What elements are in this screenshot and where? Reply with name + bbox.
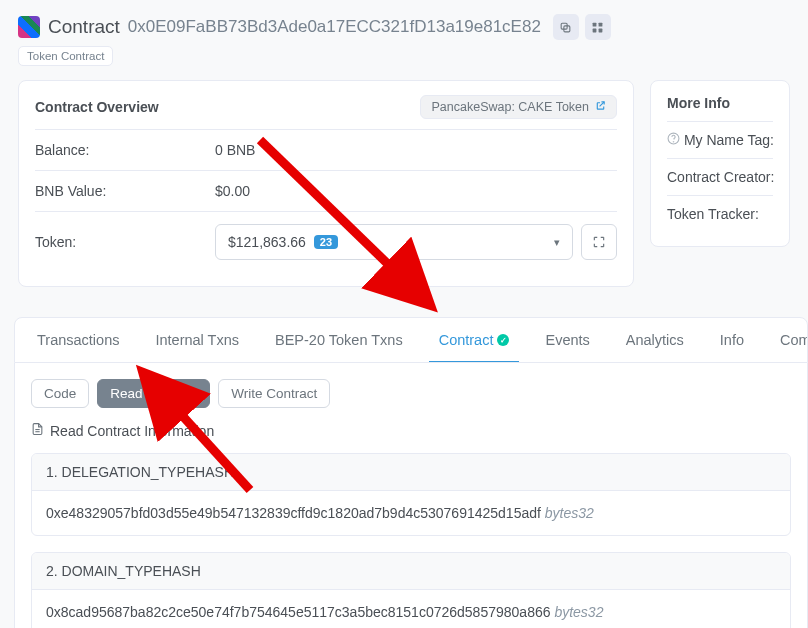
read-item-2[interactable]: 2. DOMAIN_TYPEHASH 0x8cad95687ba82c2ce50…: [31, 552, 791, 628]
grid-icon: [591, 21, 604, 34]
tab-contract-label: Contract: [439, 332, 494, 348]
read-item-2-title: 2. DOMAIN_TYPEHASH: [32, 553, 790, 590]
chevron-down-icon: ▾: [554, 236, 560, 249]
subtab-code[interactable]: Code: [31, 379, 89, 408]
document-icon: [31, 422, 44, 439]
overview-title: Contract Overview: [35, 99, 159, 115]
bnb-value: $0.00: [215, 183, 617, 199]
balance-value: 0 BNB: [215, 142, 617, 158]
contract-identicon: [18, 16, 40, 38]
tab-comments[interactable]: Comments: [762, 318, 808, 362]
read-item-1-title: 1. DELEGATION_TYPEHASH: [32, 454, 790, 491]
external-link-icon: [595, 100, 606, 114]
tab-events[interactable]: Events: [527, 318, 607, 362]
read-item-1-value: 0xe48329057bfd03d55e49b547132839cffd9c18…: [46, 505, 541, 521]
svg-point-7: [673, 141, 674, 142]
help-icon: [667, 132, 684, 148]
subtab-write-contract[interactable]: Write Contract: [218, 379, 330, 408]
read-item-1-type: bytes32: [545, 505, 594, 521]
tab-info[interactable]: Info: [702, 318, 762, 362]
token-holdings-value: $121,863.66: [228, 234, 306, 250]
public-name-tag[interactable]: PancakeSwap: CAKE Token: [420, 95, 617, 119]
expand-icon: [592, 235, 606, 249]
creator-label: Contract Creator:: [667, 158, 773, 195]
read-item-2-value: 0x8cad95687ba82c2ce50e74f7b754645e5117c3…: [46, 604, 551, 620]
contract-overview-card: Contract Overview PancakeSwap: CAKE Toke…: [18, 80, 634, 287]
svg-rect-5: [599, 28, 603, 32]
svg-rect-3: [599, 22, 603, 26]
verified-icon: ✓: [497, 334, 509, 346]
public-name-tag-label: PancakeSwap: CAKE Token: [431, 100, 589, 114]
qr-button[interactable]: [585, 14, 611, 40]
svg-rect-2: [593, 22, 597, 26]
token-count-badge: 23: [314, 235, 338, 249]
name-tag-label: My Name Tag:: [684, 132, 774, 148]
tab-analytics[interactable]: Analytics: [608, 318, 702, 362]
main-tabs: Transactions Internal Txns BEP-20 Token …: [14, 317, 808, 363]
tab-contract[interactable]: Contract ✓: [421, 318, 528, 362]
more-info-card: More Info My Name Tag: Contract Creator:…: [650, 80, 790, 247]
read-item-2-type: bytes32: [554, 604, 603, 620]
contract-tab-body: Code Read Contract Write Contract Read C…: [14, 363, 808, 628]
more-info-title: More Info: [667, 95, 730, 111]
copy-icon: [559, 21, 572, 34]
tab-bep20-txns[interactable]: BEP-20 Token Txns: [257, 318, 421, 362]
tracker-label: Token Tracker:: [667, 195, 773, 232]
bnb-value-label: BNB Value:: [35, 183, 215, 199]
wallet-expand-button[interactable]: [581, 224, 617, 260]
read-contract-header: Read Contract Information: [50, 423, 214, 439]
token-holdings-dropdown[interactable]: $121,863.66 23 ▾: [215, 224, 573, 260]
copy-address-button[interactable]: [553, 14, 579, 40]
contract-type-tag: Token Contract: [18, 46, 113, 66]
tab-internal-txns[interactable]: Internal Txns: [137, 318, 257, 362]
read-item-1[interactable]: 1. DELEGATION_TYPEHASH 0xe48329057bfd03d…: [31, 453, 791, 536]
balance-label: Balance:: [35, 142, 215, 158]
subtab-read-contract[interactable]: Read Contract: [97, 379, 210, 408]
svg-rect-4: [593, 28, 597, 32]
page-title: Contract: [48, 16, 120, 38]
contract-address: 0x0E09FaBB73Bd3Ade0a17ECC321fD13a19e81cE…: [128, 17, 541, 37]
token-label: Token:: [35, 234, 215, 250]
tab-transactions[interactable]: Transactions: [19, 318, 137, 362]
